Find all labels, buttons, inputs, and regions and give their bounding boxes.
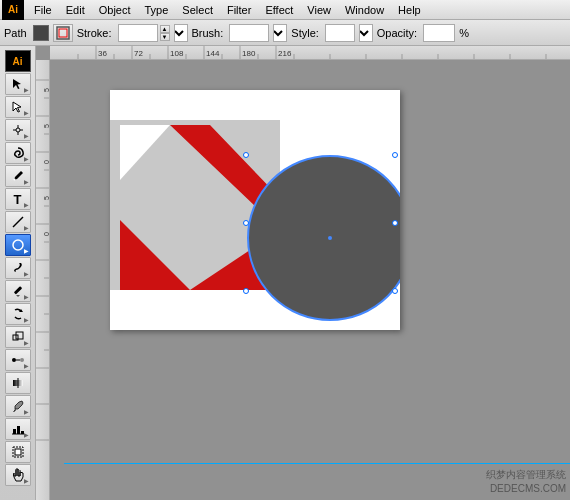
tool-eyedropper[interactable]: ▶ xyxy=(5,395,31,417)
svg-point-89 xyxy=(248,156,400,320)
sel-handle-bottom-right xyxy=(392,288,398,294)
artboard xyxy=(110,90,400,330)
menu-view[interactable]: View xyxy=(301,3,337,17)
menu-effect[interactable]: Effect xyxy=(259,3,299,17)
tool-line[interactable]: ▶ xyxy=(5,211,31,233)
svg-rect-12 xyxy=(13,286,21,294)
style-label: Style: xyxy=(291,27,319,39)
toolbar: Path Stroke: ▲ ▼ Brush: Style: Opacity: … xyxy=(0,20,570,46)
stroke-select[interactable] xyxy=(174,24,188,42)
svg-text:72: 72 xyxy=(134,49,143,58)
menu-select[interactable]: Select xyxy=(176,3,219,17)
canvas-inner[interactable]: 织梦内容管理系统 DEDECMS.COM xyxy=(50,60,570,500)
svg-point-90 xyxy=(328,236,332,240)
tool-blend[interactable]: ▶ xyxy=(5,349,31,371)
opacity-unit: % xyxy=(459,27,469,39)
svg-text:5: 5 xyxy=(43,124,50,128)
tool-select[interactable]: ▶ xyxy=(5,73,31,95)
watermark-line1: 织梦内容管理系统 xyxy=(486,468,566,482)
path-label: Path xyxy=(4,27,27,39)
guide-line xyxy=(64,463,570,464)
tool-direct-select[interactable]: ▶ xyxy=(5,96,31,118)
sel-handle-left xyxy=(243,220,249,226)
svg-text:0: 0 xyxy=(43,160,50,164)
svg-point-8 xyxy=(16,128,20,132)
svg-rect-23 xyxy=(17,426,20,434)
svg-rect-27 xyxy=(15,449,21,455)
sel-handle-top-right xyxy=(392,152,398,158)
svg-marker-2 xyxy=(13,79,21,89)
tool-magic-wand[interactable]: ▶ xyxy=(5,119,31,141)
svg-text:5: 5 xyxy=(43,196,50,200)
svg-text:0: 0 xyxy=(43,232,50,236)
menu-window[interactable]: Window xyxy=(339,3,390,17)
svg-text:108: 108 xyxy=(170,49,184,58)
brush-input[interactable] xyxy=(229,24,269,42)
svg-text:180: 180 xyxy=(242,49,256,58)
svg-point-9 xyxy=(13,179,15,181)
tool-rotate[interactable]: ▶ xyxy=(5,303,31,325)
tool-brush[interactable]: ▶ xyxy=(5,257,31,279)
svg-line-10 xyxy=(13,217,23,227)
svg-text:216: 216 xyxy=(278,49,292,58)
artwork-svg xyxy=(110,90,400,330)
svg-point-17 xyxy=(12,358,16,362)
svg-point-11 xyxy=(13,240,23,250)
menu-object[interactable]: Object xyxy=(93,3,137,17)
watermark: 织梦内容管理系统 DEDECMS.COM xyxy=(486,468,566,496)
style-input[interactable] xyxy=(325,24,355,42)
svg-text:36: 36 xyxy=(98,49,107,58)
tool-graph[interactable]: ▶ xyxy=(5,418,31,440)
tool-pencil[interactable]: ▶ xyxy=(5,280,31,302)
style-select[interactable] xyxy=(359,24,373,42)
menu-filter[interactable]: Filter xyxy=(221,3,257,17)
tool-hand[interactable]: ▶ xyxy=(5,464,31,486)
svg-rect-1 xyxy=(59,29,67,37)
svg-marker-13 xyxy=(16,295,20,297)
brush-select[interactable] xyxy=(273,24,287,42)
opacity-label: Opacity: xyxy=(377,27,417,39)
menu-edit[interactable]: Edit xyxy=(60,3,91,17)
menu-file[interactable]: File xyxy=(28,3,58,17)
sel-handle-top xyxy=(243,152,249,158)
svg-marker-3 xyxy=(13,102,21,112)
tool-ellipse[interactable]: ▶ xyxy=(5,234,31,256)
sel-handle-right xyxy=(392,220,398,226)
tool-pen[interactable]: ▶ xyxy=(5,165,31,187)
sel-handle-bottom xyxy=(243,288,249,294)
menubar: Ai File Edit Object Type Select Filter E… xyxy=(0,0,570,20)
tool-type[interactable]: T ▶ xyxy=(5,188,31,210)
tool-artboard[interactable] xyxy=(5,441,31,463)
stroke-label: Stroke: xyxy=(77,27,112,39)
svg-text:144: 144 xyxy=(206,49,220,58)
left-toolbar: Ai ▶ ▶ ▶ ▶ xyxy=(0,46,36,500)
tool-gradient[interactable] xyxy=(5,372,31,394)
opacity-input[interactable]: 100 xyxy=(423,24,455,42)
main-area: Ai ▶ ▶ ▶ ▶ xyxy=(0,46,570,500)
tool-scale[interactable]: ▶ xyxy=(5,326,31,348)
menu-type[interactable]: Type xyxy=(139,3,175,17)
stroke-up[interactable]: ▲ xyxy=(160,25,170,33)
ai-badge: Ai xyxy=(5,50,31,72)
brush-label: Brush: xyxy=(192,27,224,39)
stroke-btn[interactable] xyxy=(53,24,73,42)
tool-lasso[interactable]: ▶ xyxy=(5,142,31,164)
stroke-down[interactable]: ▼ xyxy=(160,33,170,41)
stroke-input[interactable] xyxy=(118,24,158,42)
svg-text:5: 5 xyxy=(43,88,50,92)
fill-swatch[interactable] xyxy=(33,25,49,41)
svg-rect-22 xyxy=(13,429,16,434)
menu-help[interactable]: Help xyxy=(392,3,427,17)
canvas-area[interactable]: 36 72 108 144 180 216 xyxy=(36,46,570,500)
watermark-line2: DEDECMS.COM xyxy=(486,482,566,496)
app-icon: Ai xyxy=(2,0,24,20)
